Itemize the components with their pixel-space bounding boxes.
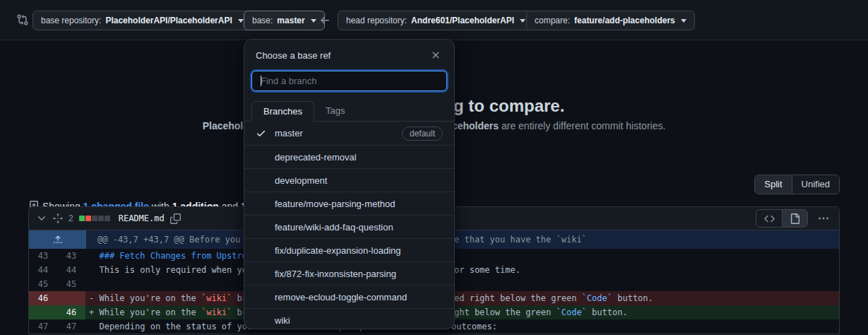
branch-search-input[interactable] <box>251 71 447 91</box>
code-segment: ght below the green <box>454 307 557 317</box>
base-repository-label: base repository: <box>41 16 101 25</box>
branch-name: fix/872-fix-inxonsisten-parsing <box>275 269 396 279</box>
default-badge: default <box>402 127 443 141</box>
compare-ref-label: compare: <box>535 16 570 25</box>
base-ref-dropdown: Choose a base ref Branches Tags masterde… <box>244 39 455 329</box>
code-line-right-fragment: or some time. <box>454 263 521 277</box>
branch-option[interactable]: masterdefault <box>244 122 454 145</box>
code-segment: - While you're on the <box>89 293 201 303</box>
head-repository-label: head repository: <box>346 16 407 25</box>
base-ref-value: master <box>277 16 304 25</box>
code-segment: ed right below the green <box>454 293 582 303</box>
hunk-header-right: e that you have the `wiki` <box>454 230 587 249</box>
branch-name: feature/wiki-add-faq-question <box>275 222 393 233</box>
branch-name: fix/duplicate-expansion-loading <box>275 245 401 256</box>
new-line-number: 46 <box>57 305 85 319</box>
diffstat-neutral-square <box>98 216 104 221</box>
code-segment: `wiki` <box>201 293 232 303</box>
old-line-number: 45 <box>29 277 57 291</box>
file-options-kebab-icon[interactable] <box>815 210 832 227</box>
branch-name: wiki <box>275 315 290 326</box>
old-line-number: 43 <box>29 249 57 263</box>
old-line-number: 47 <box>29 319 57 334</box>
code-line: + While you're on the `wiki` brght below… <box>85 305 839 319</box>
tab-tags[interactable]: Tags <box>314 101 356 121</box>
diffstat-added-square <box>79 216 85 221</box>
compare-ref-value: feature/add-placeholders <box>574 16 675 25</box>
code-segment: `Code` <box>557 307 587 317</box>
branch-name: deprecated-removal <box>275 152 357 163</box>
page: { "topbar": { "base_repo": { "label": "b… <box>0 0 868 335</box>
ref-type-tabs: Branches Tags <box>244 101 454 122</box>
hunk-header: @@ -43,7 +43,7 @@ Before youe that you h… <box>86 230 839 249</box>
code-line <box>85 277 839 291</box>
source-view-button[interactable] <box>756 210 782 227</box>
new-line-number <box>57 291 85 305</box>
code-segment: or some time. <box>454 265 521 275</box>
branch-option[interactable]: fix/duplicate-expansion-loading <box>244 238 454 261</box>
chevron-down-icon <box>311 19 316 23</box>
chevron-down-icon <box>238 19 244 23</box>
file-view-mode-toggle <box>756 209 808 228</box>
old-line-number: 44 <box>29 263 57 277</box>
branch-option[interactable]: wiki <box>244 308 454 329</box>
code-segment: `wiki` <box>201 307 232 317</box>
changes-count: 2 <box>69 213 73 223</box>
text-cursor <box>261 76 261 86</box>
branch-option[interactable]: deprecated-removal <box>244 145 454 168</box>
base-repository-value: PlaceholderAPI/PlaceholderAPI <box>105 16 232 25</box>
unified-view-button[interactable]: Unified <box>792 175 839 194</box>
code-line: - While you're on the `wiki` bred right … <box>85 291 839 305</box>
diffstat-neutral-square <box>92 216 97 221</box>
code-segment: `Code` <box>582 293 612 303</box>
branch-option[interactable]: remove-ecloud-toggle-command <box>244 285 454 308</box>
head-repository-value: Andre601/PlaceholderAPI <box>411 16 514 25</box>
selected-check-slot <box>256 128 275 139</box>
branch-option[interactable]: feature/wiki-add-faq-question <box>244 215 454 238</box>
code-segment: + While you're on the <box>89 307 201 317</box>
code-line-right-fragment: ght below the green `Code` button. <box>454 305 628 319</box>
code-segment: button. <box>612 293 653 303</box>
base-ref-label: base: <box>252 16 273 25</box>
code-segment: This is only required when yo <box>89 265 247 275</box>
split-view-button[interactable]: Split <box>755 175 791 194</box>
collapse-file-chevron-icon[interactable] <box>36 213 47 224</box>
old-line-number <box>29 305 57 319</box>
branch-option[interactable]: fix/872-fix-inxonsisten-parsing <box>244 261 454 285</box>
diffstat-squares <box>79 216 110 221</box>
base-repository-button[interactable]: base repository: PlaceholderAPI/Placehol… <box>32 11 252 30</box>
dropdown-title: Choose a base ref <box>256 50 429 61</box>
code-line-right-fragment: ed right below the green `Code` button. <box>454 291 653 305</box>
new-line-number: 44 <box>57 263 85 277</box>
base-ref-button[interactable]: base: master <box>244 11 325 30</box>
head-repository-button[interactable]: head repository: Andre601/PlaceholderAPI <box>338 11 534 30</box>
expand-hunk-button[interactable] <box>29 230 86 249</box>
branch-name: development <box>275 175 327 186</box>
new-line-number: 47 <box>57 319 85 334</box>
branch-name: remove-ecloud-toggle-command <box>275 292 407 302</box>
hunk-header-left: @@ -43,7 +43,7 @@ Before you <box>97 235 240 245</box>
branch-list: masterdefaultdeprecated-removaldevelopme… <box>244 122 454 329</box>
code-segment: button. <box>587 307 628 317</box>
check-icon <box>256 128 266 139</box>
message-part: are entirely different commit histories. <box>499 120 665 131</box>
new-line-number: 43 <box>57 249 85 263</box>
diff-view-toggle: Split Unified <box>754 175 840 194</box>
diffstat-deleted-square <box>85 216 91 221</box>
file-name: README.md <box>119 213 165 223</box>
old-line-number: 46 <box>29 291 57 305</box>
compare-ref-button[interactable]: compare: feature/add-placeholders <box>526 11 695 30</box>
tab-branches[interactable]: Branches <box>251 101 314 122</box>
branch-option[interactable]: development <box>244 168 454 192</box>
branch-name: master <box>275 128 303 139</box>
new-line-number: 45 <box>57 277 85 291</box>
copy-file-path-icon[interactable] <box>170 213 181 224</box>
code-line: Depending on the status of your branch c… <box>85 319 839 334</box>
code-line: This is only required when yoor some tim… <box>85 263 839 277</box>
drag-move-icon[interactable] <box>53 213 63 223</box>
close-icon[interactable] <box>429 48 443 62</box>
git-compare-icon <box>16 13 29 26</box>
branch-option[interactable]: feature/move-parsing-method <box>244 192 454 215</box>
rich-view-button[interactable] <box>782 210 807 227</box>
branch-name: feature/move-parsing-method <box>275 199 396 209</box>
